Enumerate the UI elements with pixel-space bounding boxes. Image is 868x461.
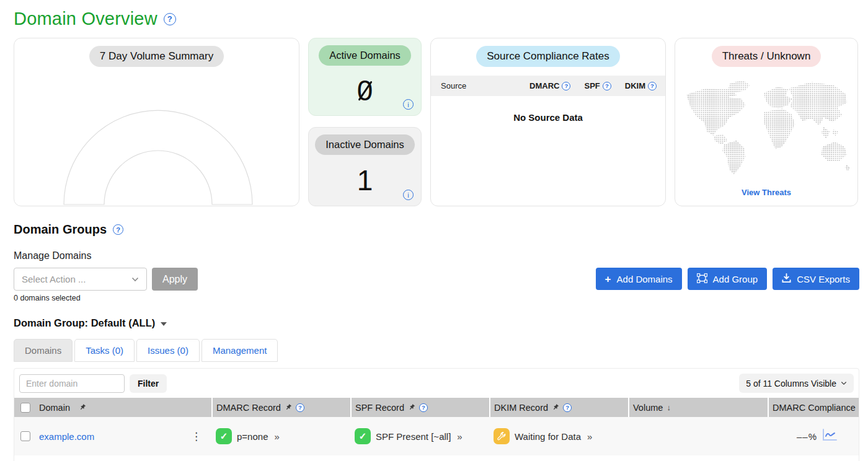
dmarc-record-help-icon[interactable]: ? (296, 403, 304, 412)
pin-icon[interactable] (552, 403, 559, 411)
info-icon[interactable]: i (403, 190, 414, 200)
table-header-row: Domain DMARC Record ? SPF Record ? (14, 398, 859, 417)
success-check-icon: ✓ (355, 428, 371, 444)
view-threats-link[interactable]: View Threats (742, 188, 791, 197)
inactive-domains-title: Inactive Domains (315, 134, 415, 155)
add-domains-button[interactable]: + Add Domains (596, 268, 682, 290)
dmarc-help-icon[interactable]: ? (562, 82, 570, 90)
domain-groups-help-icon[interactable]: ? (113, 224, 123, 235)
tab-bar: Domains Tasks (0) Issues (0) Management (14, 339, 859, 362)
add-group-button[interactable]: Add Group (688, 268, 768, 290)
threats-map-wrap (681, 67, 851, 188)
table-row: example.com ⋮ ✓ p=none » ✓ SPF Present [… (14, 417, 859, 455)
object-group-icon (697, 273, 707, 285)
tab-management[interactable]: Management (202, 339, 278, 362)
volume-summary-card: 7 Day Volume Summary (14, 38, 299, 206)
domain-group-label: Domain Group: Default (ALL) (14, 317, 155, 329)
source-column-label: Source (441, 81, 516, 90)
source-compliance-card: Source Compliance Rates Source DMARC ? S… (430, 38, 666, 206)
info-glyph: i (407, 191, 409, 199)
domain-action-buttons: + Add Domains Add Group (596, 268, 859, 290)
dkim-record-help-icon[interactable]: ? (563, 403, 572, 412)
chevron-down-icon (841, 381, 847, 385)
domain-link[interactable]: example.com (39, 431, 94, 442)
header-spf-label: SPF Record (355, 403, 404, 413)
sort-down-icon: ↓ (666, 403, 671, 412)
domain-group-selector[interactable]: Domain Group: Default (ALL) (14, 317, 859, 329)
world-map-icon (682, 74, 851, 181)
page: Domain Overview ? 7 Day Volume Summary A… (0, 0, 868, 461)
pin-icon[interactable] (408, 403, 415, 411)
table-empty-area (14, 455, 859, 461)
inactive-domains-count: 1 (357, 166, 373, 195)
manage-domains-label: Manage Domains (14, 250, 859, 261)
apply-button[interactable]: Apply (152, 268, 198, 291)
threats-title: Threats / Unknown (712, 46, 822, 67)
action-select-value: Select Action ... (22, 274, 86, 284)
select-all-checkbox[interactable] (20, 403, 30, 413)
chevron-down-icon (131, 277, 139, 282)
domain-filter-input[interactable] (19, 374, 125, 393)
columns-visible-label: 5 of 11 Columns Visible (746, 379, 836, 389)
header-volume[interactable]: Volume ↓ (629, 398, 768, 417)
help-glyph: ? (565, 404, 569, 411)
dmarc-column-label: DMARC (529, 81, 559, 90)
info-icon[interactable]: i (403, 99, 414, 110)
spf-record-help-icon[interactable]: ? (419, 403, 428, 412)
download-icon (782, 273, 791, 285)
help-glyph: ? (116, 226, 120, 234)
expand-detail-icon[interactable]: » (457, 431, 462, 442)
pin-icon[interactable] (79, 403, 86, 411)
row-checkbox[interactable] (20, 431, 30, 441)
spf-cell: ✓ SPF Present [~all] » (352, 417, 489, 455)
page-title: Domain Overview (14, 9, 157, 29)
filter-button[interactable]: Filter (130, 374, 167, 393)
dkim-column-label: DKIM (625, 81, 645, 90)
manage-controls-row: Select Action ... Apply + Add Domains (14, 268, 859, 291)
dmarc-column: DMARC ? (529, 81, 570, 90)
active-domains-title: Active Domains (319, 45, 411, 66)
check-glyph: ✓ (220, 431, 228, 442)
header-compliance: DMARC Compliance (769, 398, 859, 417)
header-volume-label: Volume (633, 403, 663, 413)
expand-detail-icon[interactable]: » (587, 431, 592, 442)
pin-icon[interactable] (285, 403, 292, 411)
csv-exports-button[interactable]: CSV Exports (773, 268, 859, 290)
info-glyph: i (407, 101, 409, 108)
domains-table-panel: Filter 5 of 11 Columns Visible Domain DM… (14, 368, 859, 461)
spf-status-label: SPF Present [~all] (376, 431, 451, 442)
help-glyph: ? (298, 404, 302, 411)
tab-tasks[interactable]: Tasks (0) (74, 339, 135, 362)
columns-visible-button[interactable]: 5 of 11 Columns Visible (739, 374, 854, 393)
domain-groups-header: Domain Groups ? (14, 222, 859, 237)
header-dmarc-label: DMARC Record (216, 403, 281, 413)
tab-domains[interactable]: Domains (14, 339, 73, 362)
domain-cell: example.com ⋮ (14, 417, 211, 455)
help-glyph: ? (422, 404, 425, 411)
source-compliance-header: Source DMARC ? SPF ? DKIM ? (431, 76, 665, 96)
dmarc-status-label: p=none (237, 431, 268, 442)
spf-help-icon[interactable]: ? (603, 82, 611, 90)
header-spf: SPF Record ? (352, 398, 489, 417)
wrench-icon (494, 428, 510, 444)
active-domains-card: Active Domains 0 i (308, 38, 422, 116)
domain-stats-column: Active Domains 0 i Inactive Domains 1 i (308, 38, 422, 206)
help-glyph: ? (167, 14, 172, 24)
help-glyph: ? (605, 82, 609, 89)
action-select[interactable]: Select Action ... (14, 268, 147, 291)
expand-detail-icon[interactable]: » (274, 431, 279, 442)
compliance-cell: ––% (769, 417, 859, 455)
threats-card: Threats / Unknown (675, 38, 858, 206)
line-chart-icon[interactable] (822, 428, 838, 444)
kebab-menu-icon[interactable]: ⋮ (191, 430, 211, 443)
spf-column-label: SPF (584, 81, 600, 90)
dkim-status-label: Waiting for Data (515, 431, 581, 442)
tab-issues[interactable]: Issues (0) (136, 339, 200, 362)
add-domains-label: Add Domains (617, 274, 673, 284)
help-glyph: ? (565, 82, 569, 89)
dkim-help-icon[interactable]: ? (648, 82, 657, 90)
help-glyph: ? (650, 82, 654, 89)
header-domain-label: Domain (39, 403, 70, 413)
page-help-icon[interactable]: ? (164, 13, 176, 25)
page-header: Domain Overview ? (14, 6, 859, 29)
